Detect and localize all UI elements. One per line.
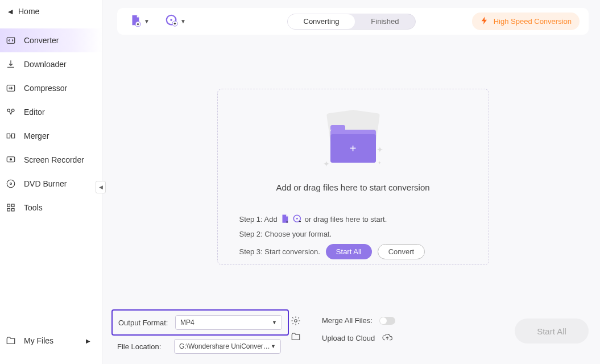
download-icon xyxy=(6,59,16,69)
file-location-label: File Location: xyxy=(117,342,169,351)
chevron-down-icon: ▼ xyxy=(180,18,186,24)
svg-point-16 xyxy=(170,19,172,21)
nav-label: Compressor xyxy=(24,84,67,93)
chevron-right-icon: ▶ xyxy=(86,338,90,344)
svg-rect-4 xyxy=(7,134,10,138)
file-location-value: G:\Wondershare UniConverter xyxy=(179,342,271,350)
plus-icon: + xyxy=(330,134,376,163)
nav-screen-recorder[interactable]: Screen Recorder xyxy=(0,148,102,172)
settings-icon[interactable] xyxy=(290,315,301,326)
add-file-icon xyxy=(129,14,142,29)
svg-point-2 xyxy=(7,109,10,112)
chevron-down-icon: ▼ xyxy=(272,320,277,325)
file-location-select[interactable]: G:\Wondershare UniConverter ▼ xyxy=(174,339,281,354)
output-format-label: Output Format: xyxy=(118,318,171,327)
hsc-label: High Speed Conversion xyxy=(494,17,572,26)
compressor-icon xyxy=(6,83,16,93)
svg-point-3 xyxy=(12,109,15,112)
folder-icon xyxy=(6,336,16,346)
nav-label: DVD Burner xyxy=(24,179,67,188)
converter-icon xyxy=(6,35,16,46)
cloud-upload-icon[interactable] xyxy=(382,333,393,344)
add-disc-icon xyxy=(165,14,178,29)
convert-small-button[interactable]: Convert xyxy=(378,244,425,259)
chevron-down-icon: ▼ xyxy=(271,344,276,349)
upload-row: Upload to Cloud xyxy=(322,333,395,344)
nav-converter[interactable]: Converter xyxy=(0,28,102,52)
dvd-icon xyxy=(6,179,16,189)
chevron-down-icon: ▼ xyxy=(144,18,150,24)
nav-label: Converter xyxy=(24,36,59,45)
status-tabs: Converting Finished xyxy=(287,14,415,30)
bottom-mid: Merge All Files: Upload to Cloud xyxy=(322,316,395,344)
output-format-select[interactable]: MP4 ▼ xyxy=(175,315,282,330)
drop-zone[interactable]: + ✦ ✦ ✦ Add or drag files here to start … xyxy=(217,89,489,265)
merger-icon xyxy=(6,131,16,141)
svg-rect-12 xyxy=(7,209,10,212)
tab-finished[interactable]: Finished xyxy=(355,14,415,29)
add-file-icon xyxy=(280,214,290,224)
nav-tools[interactable]: Tools xyxy=(0,196,102,220)
svg-point-8 xyxy=(7,180,15,188)
nav-label: Merger xyxy=(24,131,49,140)
editor-icon xyxy=(6,107,16,117)
add-disc-button[interactable]: ▼ xyxy=(163,11,189,32)
nav-list: Converter Downloader Compressor Editor M… xyxy=(0,23,102,220)
nav-editor[interactable]: Editor xyxy=(0,100,102,124)
step-2: Step 2: Choose your format. xyxy=(239,230,477,238)
output-format-highlight: Output Format: MP4 ▼ xyxy=(111,309,289,336)
steps: Step 1: Add or drag files here to start.… xyxy=(229,214,477,259)
merge-toggle[interactable] xyxy=(379,317,395,325)
home-button[interactable]: ◀ Home xyxy=(0,0,102,23)
svg-rect-10 xyxy=(7,204,10,207)
collapse-sidebar-button[interactable]: ◀ xyxy=(96,181,106,193)
svg-rect-11 xyxy=(12,204,15,207)
toolbar: ▼ ▼ Converting Finished High Speed Conve… xyxy=(117,8,589,35)
chevron-left-icon: ◀ xyxy=(8,8,13,15)
recorder-icon xyxy=(6,155,16,165)
nav-label: Editor xyxy=(24,107,45,117)
start-all-small-button[interactable]: Start All xyxy=(326,244,372,259)
upload-label: Upload to Cloud xyxy=(322,334,375,342)
bottom-left: Output Format: MP4 ▼ File Location: G:\W… xyxy=(117,314,283,354)
lightning-icon xyxy=(480,16,489,27)
my-files-label: My Files xyxy=(24,336,53,345)
nav-dvd-burner[interactable]: DVD Burner xyxy=(0,172,102,196)
merge-row: Merge All Files: xyxy=(322,316,395,325)
svg-point-9 xyxy=(10,183,12,185)
nav-label: Downloader xyxy=(24,60,67,69)
svg-point-7 xyxy=(10,159,12,160)
svg-point-20 xyxy=(295,320,297,322)
step-3: Step 3: Start conversion. Start All Conv… xyxy=(239,244,477,259)
tab-converting[interactable]: Converting xyxy=(287,14,355,29)
tools-icon xyxy=(6,202,16,213)
nav-compressor[interactable]: Compressor xyxy=(0,76,102,100)
drop-illustration: + ✦ ✦ ✦ xyxy=(229,109,477,174)
svg-rect-0 xyxy=(7,38,15,44)
main-area: ▼ ▼ Converting Finished High Speed Conve… xyxy=(102,0,600,364)
nav-downloader[interactable]: Downloader xyxy=(0,52,102,76)
svg-rect-13 xyxy=(12,209,15,212)
sidebar: ◀ Home Converter Downloader Compressor E… xyxy=(0,0,102,364)
merge-label: Merge All Files: xyxy=(322,316,373,325)
step-1: Step 1: Add or drag files here to start. xyxy=(239,214,477,224)
output-format-value: MP4 xyxy=(180,318,195,326)
bottom-bar: Output Format: MP4 ▼ File Location: G:\W… xyxy=(117,314,589,354)
my-files-button[interactable]: My Files ▶ xyxy=(0,329,102,353)
nav-label: Screen Recorder xyxy=(24,155,84,164)
start-all-button[interactable]: Start All xyxy=(515,318,589,344)
drop-caption: Add or drag files here to start conversi… xyxy=(229,183,477,192)
svg-point-19 xyxy=(296,218,297,220)
high-speed-badge[interactable]: High Speed Conversion xyxy=(472,13,580,30)
svg-rect-5 xyxy=(12,134,15,138)
nav-merger[interactable]: Merger xyxy=(0,124,102,148)
open-folder-icon[interactable] xyxy=(290,331,301,342)
add-disc-icon xyxy=(292,214,303,224)
add-file-button[interactable]: ▼ xyxy=(126,11,152,32)
home-label: Home xyxy=(18,7,39,16)
nav-label: Tools xyxy=(24,203,43,212)
